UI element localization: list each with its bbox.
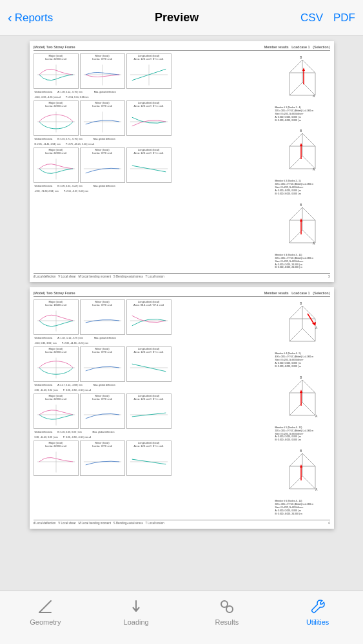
page-2-footer: d Local deflection V Local shear M Local… [34, 520, 330, 525]
svg-line-41 [302, 207, 315, 220]
utilities-icon [309, 598, 327, 616]
chart-major-1: Major (local)Inertia: 22250 cm4 A: 0.00 … [34, 53, 79, 89]
svg-line-100 [289, 453, 302, 466]
svg-line-18 [302, 82, 315, 95]
footer-legend: d Local deflection V Local shear M Local… [34, 275, 164, 278]
page-number-2: 4 [328, 522, 330, 525]
member-diagrams-1: A B Member # 1 (Nodes 1 - 4) 305 x 305 x… [275, 53, 330, 269]
chart-p2-longitudinal-4: Longitudinal (local)Area: 123 cm2 / 87.1… [126, 440, 172, 476]
member-diagram-svg-6: A B [277, 447, 328, 498]
deflection-row-p2-3b: 0.00, -11.40, 0.00 | mm P: 3.06, -0.59, … [34, 435, 274, 439]
tab-geometry[interactable]: Geometry [26, 598, 64, 626]
chart-p2-minor-label-3: Minor (local)Inertia: 7270 cm4 [81, 394, 124, 401]
chart-minor-3: Minor (local)Inertia: 7270 cm4 A: 4.00 4… [80, 147, 125, 183]
chart-p2-minor-2: Minor (local)Inertia: 7270 cm4 A: 0.44 -… [80, 346, 125, 382]
chart-row-1-3: Major (local)Inertia: 22250 cm4 A: 4.65 … [34, 147, 274, 183]
loading-tab-label: Loading [124, 618, 149, 626]
chart-p2-long-label-3: Longitudinal (local)Area: 123 cm2 / 87.1… [127, 394, 171, 401]
charts-area-2: Major (local)Inertia: 18500 cm4 A: 1.60 … [34, 299, 274, 515]
svg-line-34 [289, 156, 302, 169]
chart-p2-major-4: Major (local)Inertia: 22250 cm4 [34, 440, 79, 476]
chart-minor-1: Minor (local)Inertia: 7270 cm4 A: 0.00 0… [80, 53, 125, 89]
export-buttons: CSV PDF [300, 12, 355, 24]
chart-long-label-2: Longitudinal (local)Area: 123 cm2 / 87.1… [127, 101, 171, 108]
chart-p2-longitudinal-1: Longitudinal (local)Area: 98.4 cm2 / 87.… [126, 299, 172, 335]
chart-row-2-3: Major (local)Inertia: 22250 cm4 A: 4.71 … [34, 393, 274, 429]
tab-loading[interactable]: Loading [117, 598, 155, 626]
member-diagram-svg-5: A B [277, 374, 328, 425]
svg-text:B: B [300, 129, 302, 133]
results-icon [218, 598, 236, 616]
page-1-header: (Model) Two Storey Frame Member results … [34, 45, 330, 51]
results-tab-label: Results [215, 618, 239, 626]
svg-line-31 [302, 156, 315, 169]
chart-major-label-3: Major (local)Inertia: 22250 cm4 [34, 148, 78, 155]
geometry-icon [36, 598, 54, 616]
top-navigation-bar: ‹ Reports Preview CSV PDF [0, 0, 363, 36]
chart-long-label-3: Longitudinal (local)Area: 123 cm2 / 87.1… [127, 148, 171, 155]
deflection-row-2: Global deflections B: 5.92, 0.71, -6.76 … [34, 137, 274, 141]
chart-p2-long-label-4: Longitudinal (local)Area: 123 cm2 / 87.1… [127, 441, 171, 448]
svg-text:A: A [315, 326, 318, 330]
back-arrow-icon: ‹ [8, 10, 12, 25]
deflection-row-p2-1: Global deflections A: 1.38, -0.12, -6.76… [34, 336, 274, 340]
page-2-results-label: Member results Loadcase 1 (Selection) [264, 291, 330, 295]
svg-text:A: A [315, 414, 318, 418]
chart-p2-long-label-2: Longitudinal (local)Area: 123 cm2 / 87.1… [127, 347, 171, 354]
chart-major-3: Major (local)Inertia: 22250 cm4 A: 4.65 … [34, 147, 79, 183]
chart-p2-major-label-2: Major (local)Inertia: 22250 cm4 [34, 347, 78, 354]
deflection-row-3b: -2.30, -71.80, 2.94 | mm P: 2.16, -0.67,… [34, 189, 274, 193]
member-4-info: Member # 4 (Nodes 4 - 5) 406 x 305 x 97 … [275, 352, 330, 368]
member-3-info: Member # 3 (Nodes 3 - 11) 305 x 305 x 97… [275, 254, 330, 269]
member-5-info: Member # 5 (Nodes 4 - 12) 305 x 305 x 97… [275, 426, 330, 442]
page-1-results-label: Member results Loadcase 1 (Selection) [264, 45, 330, 49]
svg-text:A: A [313, 94, 315, 98]
chart-p2-minor-1: Minor (local)Inertia: 7270 cm4 A: 0.60 -… [80, 299, 125, 335]
deflection-row-1: Global deflections A: 1.08, 0.12, -0.70 … [34, 90, 274, 94]
chart-p2-minor-3: Minor (local)Inertia: 7270 cm4 A: 0.58 -… [80, 393, 125, 429]
back-button[interactable]: ‹ Reports [8, 10, 53, 25]
svg-text:B: B [300, 449, 302, 453]
bottom-tab-bar: Geometry Loading Results Utiliti [0, 591, 363, 644]
page-1-model-title: (Model) Two Storey Frame [34, 45, 75, 49]
chart-long-label-1: Longitudinal (local)Area: 123 cm2 / 87.1… [127, 54, 171, 61]
page-2-model-title: (Model) Two Storey Frame [34, 291, 75, 295]
tab-utilities[interactable]: Utilities [299, 598, 337, 626]
preview-content[interactable]: (Model) Two Storey Frame Member results … [0, 36, 363, 591]
svg-line-44 [302, 230, 315, 243]
tab-results[interactable]: Results [208, 598, 246, 626]
svg-line-87 [289, 380, 302, 393]
chart-minor-2: Minor (local)Inertia: 7270 cm4 A: 3.00 4… [80, 100, 125, 136]
chart-p2-minor-4: Minor (local)Inertia: 7270 cm4 [80, 440, 125, 476]
svg-line-96 [302, 453, 315, 466]
svg-marker-51 [300, 218, 302, 222]
deflection-row-p2-1b: -0.18, 0.36, 3.94 | mm P: 2.08, -41.66, … [34, 341, 274, 345]
svg-text:A: A [313, 242, 315, 245]
svg-line-76 [289, 328, 302, 341]
preview-page-1: (Model) Two Storey Frame Member results … [30, 41, 334, 282]
svg-line-74 [289, 306, 302, 319]
geometry-tab-label: Geometry [30, 618, 61, 626]
pdf-button[interactable]: PDF [333, 12, 355, 24]
chart-longitudinal-2: Longitudinal (local)Area: 123 cm2 / 87.1… [126, 100, 172, 136]
svg-text:A: A [315, 488, 318, 491]
chart-major-label-1: Major (local)Inertia: 22250 cm4 [34, 54, 78, 61]
svg-text:B: B [300, 375, 302, 379]
chart-longitudinal-1: Longitudinal (local)Area: 123 cm2 / 87.1… [126, 53, 172, 89]
chart-p2-major-3: Major (local)Inertia: 22250 cm4 A: 4.71 … [34, 393, 79, 429]
page-title: Preview [53, 11, 300, 24]
chart-p2-major-label-3: Major (local)Inertia: 22250 cm4 [34, 394, 78, 401]
svg-line-83 [302, 380, 315, 393]
csv-button[interactable]: CSV [300, 12, 323, 24]
member-section-1: Major (local)Inertia: 22250 cm4 A: 0.00 … [34, 53, 330, 269]
svg-marker-106 [300, 464, 302, 468]
utilities-tab-label: Utilities [306, 618, 329, 626]
chart-row-2-4: Major (local)Inertia: 22250 cm4 Minor (l… [34, 440, 274, 476]
member-1-info: Member # 1 (Nodes 1 - 4) 305 x 305 x 97 … [275, 106, 330, 122]
chart-row-2-1: Major (local)Inertia: 18500 cm4 A: 1.60 … [34, 299, 274, 335]
chart-minor-label-1: Minor (local)Inertia: 7270 cm4 [81, 54, 124, 61]
deflection-row-3: Global deflections B: 3.00, 3.03, -0.22 … [34, 184, 274, 188]
svg-line-89 [289, 402, 302, 415]
member-diagram-svg-3: A B [277, 201, 328, 252]
svg-line-70 [302, 306, 315, 319]
